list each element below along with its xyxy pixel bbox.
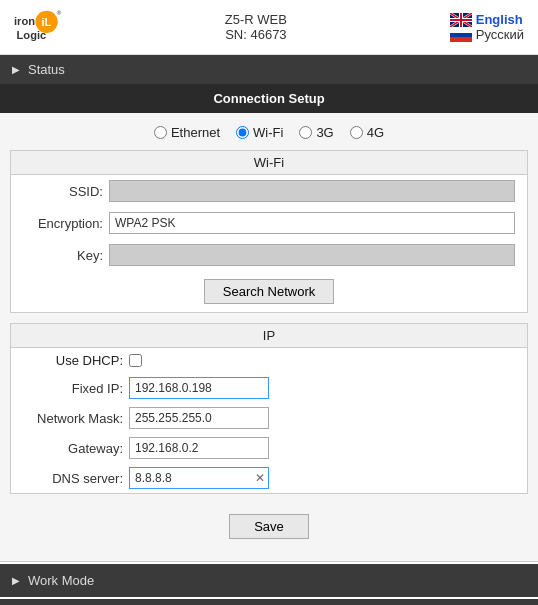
radio-4g[interactable]: 4G bbox=[350, 125, 384, 140]
dhcp-row: Use DHCP: bbox=[11, 348, 527, 373]
work-mode-label: Work Mode bbox=[28, 573, 94, 588]
fixed-ip-group: Fixed IP: bbox=[11, 373, 527, 403]
encryption-group: Encryption: bbox=[11, 207, 527, 239]
gateway-group: Gateway: bbox=[11, 433, 527, 463]
gateway-label: Gateway: bbox=[23, 441, 123, 456]
work-mode-bar[interactable]: ▶ Work Mode bbox=[0, 564, 538, 597]
lang-ru-option[interactable]: Русский bbox=[450, 27, 524, 42]
radio-3g-input[interactable] bbox=[299, 126, 312, 139]
uk-flag-icon bbox=[450, 13, 472, 27]
search-btn-row: Search Network bbox=[11, 271, 527, 312]
connection-type-radio-row: Ethernet Wi-Fi 3G 4G bbox=[10, 125, 528, 140]
radio-ethernet[interactable]: Ethernet bbox=[154, 125, 220, 140]
dhcp-checkbox[interactable] bbox=[129, 354, 142, 367]
svg-text:iron: iron bbox=[14, 15, 35, 27]
logo-icon: iron iL Logic ® bbox=[14, 8, 62, 46]
lang-ru-label: Русский bbox=[476, 27, 524, 42]
radio-4g-input[interactable] bbox=[350, 126, 363, 139]
key-group: Key: bbox=[11, 239, 527, 271]
fixed-ip-label: Fixed IP: bbox=[23, 381, 123, 396]
svg-text:®: ® bbox=[57, 10, 62, 16]
lang-en-option[interactable]: English bbox=[450, 12, 523, 27]
radio-wifi-input[interactable] bbox=[236, 126, 249, 139]
connection-setup-body: Ethernet Wi-Fi 3G 4G Wi-Fi SSID: Encrypt… bbox=[0, 113, 538, 562]
fixed-ip-input[interactable] bbox=[129, 377, 269, 399]
controller-setup-bar[interactable]: ▶ Controller Setup bbox=[0, 599, 538, 605]
ssid-input[interactable] bbox=[109, 180, 515, 202]
lang-en-label: English bbox=[476, 12, 523, 27]
network-mask-label: Network Mask: bbox=[23, 411, 123, 426]
ip-title: IP bbox=[11, 324, 527, 348]
encryption-input[interactable] bbox=[109, 212, 515, 234]
radio-wifi-label: Wi-Fi bbox=[253, 125, 283, 140]
save-btn-row: Save bbox=[10, 508, 528, 545]
status-arrow-icon: ▶ bbox=[12, 64, 20, 75]
status-bar[interactable]: ▶ Status bbox=[0, 55, 538, 84]
work-mode-arrow-icon: ▶ bbox=[12, 575, 20, 586]
language-selector: English Русский bbox=[450, 12, 524, 42]
dns-input-wrap: ✕ bbox=[129, 467, 269, 489]
gateway-input[interactable] bbox=[129, 437, 269, 459]
network-mask-group: Network Mask: bbox=[11, 403, 527, 433]
svg-rect-13 bbox=[450, 19, 472, 21]
encryption-label: Encryption: bbox=[23, 216, 103, 231]
radio-3g-label: 3G bbox=[316, 125, 333, 140]
header: iron iL Logic ® Z5-R WEB SN: 46673 bbox=[0, 0, 538, 55]
wifi-title: Wi-Fi bbox=[11, 151, 527, 175]
device-sn: SN: 46673 bbox=[225, 27, 287, 42]
svg-text:Logic: Logic bbox=[17, 29, 47, 41]
key-label: Key: bbox=[23, 248, 103, 263]
logo: iron iL Logic ® bbox=[14, 8, 62, 46]
radio-3g[interactable]: 3G bbox=[299, 125, 333, 140]
radio-ethernet-label: Ethernet bbox=[171, 125, 220, 140]
device-info: Z5-R WEB SN: 46673 bbox=[225, 12, 287, 42]
connection-setup-bar[interactable]: Connection Setup bbox=[0, 84, 538, 113]
dns-clear-icon[interactable]: ✕ bbox=[255, 471, 265, 485]
ssid-group: SSID: bbox=[11, 175, 527, 207]
dns-label: DNS server: bbox=[23, 471, 123, 486]
dns-row: DNS server: ✕ bbox=[11, 463, 527, 493]
radio-wifi[interactable]: Wi-Fi bbox=[236, 125, 283, 140]
connection-setup-label: Connection Setup bbox=[213, 91, 324, 106]
dns-input[interactable] bbox=[129, 467, 269, 489]
svg-rect-16 bbox=[450, 37, 472, 42]
svg-rect-14 bbox=[450, 28, 472, 33]
status-label: Status bbox=[28, 62, 65, 77]
ssid-label: SSID: bbox=[23, 184, 103, 199]
ip-section: IP Use DHCP: Fixed IP: Network Mask: Gat… bbox=[10, 323, 528, 494]
key-input[interactable] bbox=[109, 244, 515, 266]
ru-flag-icon bbox=[450, 28, 472, 42]
dhcp-label: Use DHCP: bbox=[23, 353, 123, 368]
search-network-button[interactable]: Search Network bbox=[204, 279, 334, 304]
wifi-section: Wi-Fi SSID: Encryption: Key: Search Netw… bbox=[10, 150, 528, 313]
network-mask-input[interactable] bbox=[129, 407, 269, 429]
radio-4g-label: 4G bbox=[367, 125, 384, 140]
radio-ethernet-input[interactable] bbox=[154, 126, 167, 139]
save-button[interactable]: Save bbox=[229, 514, 309, 539]
svg-rect-15 bbox=[450, 33, 472, 37]
svg-text:iL: iL bbox=[41, 16, 51, 28]
device-model: Z5-R WEB bbox=[225, 12, 287, 27]
